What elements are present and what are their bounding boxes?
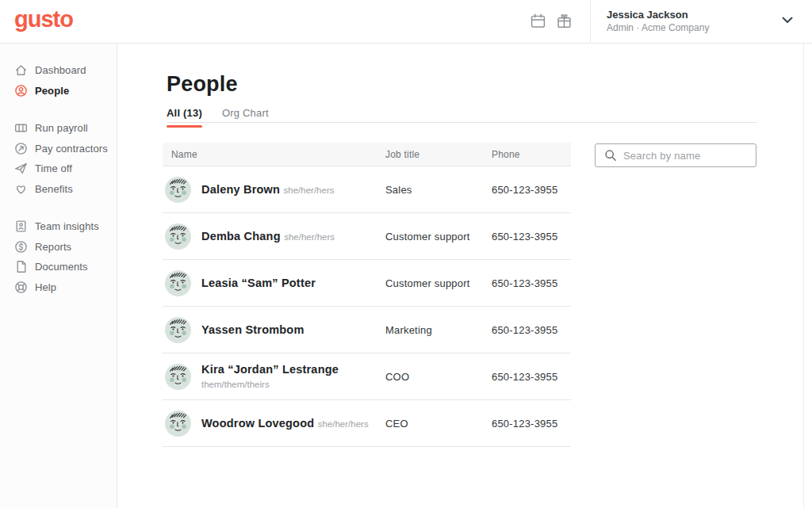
sidebar-item-run-payroll[interactable]: Run payroll	[0, 118, 117, 139]
table-row[interactable]: Woodrow Lovegood she/her/hers CEO 650-12…	[163, 400, 571, 447]
document-icon	[14, 260, 28, 273]
person-phone: 650-123-3955	[492, 231, 571, 243]
avatar	[165, 364, 191, 390]
page-title: People	[167, 72, 238, 97]
person-phone: 650-123-3955	[492, 184, 571, 196]
home-icon	[14, 63, 28, 77]
avatar	[165, 411, 191, 437]
person-pronouns: she/her/hers	[318, 419, 369, 429]
sidebar-item-team-insights[interactable]: Team insights	[0, 216, 117, 237]
person-phone: 650-123-3955	[492, 324, 571, 336]
person-name: Yassen Strombom	[201, 323, 304, 336]
search-box	[595, 143, 756, 167]
column-header-name: Name	[163, 149, 385, 160]
user-menu[interactable]: Jessica Jackson Admin · Acme Company	[607, 8, 809, 38]
person-icon	[14, 84, 28, 97]
person-job-title: COO	[385, 371, 492, 383]
badge-icon	[14, 220, 28, 233]
person-name: Kira “Jordan” Lestrange	[201, 363, 339, 376]
chevron-down-icon[interactable]	[782, 17, 793, 24]
tabs-divider	[167, 122, 757, 123]
table-header: Name Job title Phone	[163, 143, 571, 166]
table-row[interactable]: Demba Chang she/her/hers Customer suppor…	[163, 213, 571, 260]
person-name: Demba Chang	[201, 230, 281, 243]
sidebar-item-label: Dashboard	[35, 64, 86, 76]
person-name: Woodrow Lovegood	[201, 417, 314, 430]
sidebar-item-label: Time off	[35, 162, 72, 174]
sidebar-item-help[interactable]: Help	[0, 277, 117, 298]
sidebar-item-label: People	[35, 85, 69, 97]
scrollbar-gutter	[803, 0, 804, 508]
sidebar-item-label: Pay contractors	[35, 143, 108, 155]
table-row[interactable]: Kira “Jordan” Lestrange them/them/theirs…	[163, 353, 571, 400]
avatar	[165, 177, 191, 203]
sidebar-item-label: Team insights	[35, 220, 99, 232]
tabs: All (13) Org Chart	[167, 107, 289, 128]
sidebar-item-people[interactable]: People	[0, 81, 117, 101]
user-meta: Admin · Acme Company	[607, 21, 809, 34]
topbar: gusto Jessica Jackson Admin · Acme Compa…	[0, 0, 812, 44]
search-icon	[604, 149, 617, 162]
sidebar-item-dashboard[interactable]: Dashboard	[0, 60, 117, 81]
person-pronouns: them/them/theirs	[201, 380, 270, 389]
sidebar-group: Team insights Reports Documents Help	[0, 216, 117, 297]
avatar	[165, 223, 191, 250]
person-name: Daleny Brown	[201, 183, 280, 196]
calendar-icon[interactable]	[530, 13, 546, 29]
sidebar-item-label: Benefits	[35, 183, 73, 195]
tab-org-chart[interactable]: Org Chart	[222, 107, 269, 128]
column-header-phone: Phone	[492, 149, 571, 160]
contractors-icon	[14, 142, 28, 155]
person-phone: 650-123-3955	[492, 277, 571, 289]
sidebar-item-benefits[interactable]: Benefits	[0, 179, 117, 200]
sidebar-item-pay-contractors[interactable]: Pay contractors	[0, 139, 117, 159]
sidebar-item-time-off[interactable]: Time off	[0, 159, 117, 179]
avatar	[165, 317, 191, 343]
sidebar-item-label: Run payroll	[35, 122, 88, 134]
person-job-title: Customer support	[385, 277, 492, 289]
sidebar-item-label: Help	[35, 281, 56, 293]
sidebar-item-label: Reports	[35, 241, 71, 253]
person-name: Leasia “Sam” Potter	[201, 277, 316, 289]
person-pronouns: she/her/hers	[284, 232, 335, 242]
table-row[interactable]: Yassen Strombom Marketing 650-123-3955	[163, 307, 571, 353]
heart-icon	[14, 182, 28, 196]
sidebar-group: Run payroll Pay contractors Time off Ben…	[0, 118, 117, 199]
search-input[interactable]	[623, 150, 750, 162]
sidebar-item-label: Documents	[35, 261, 88, 273]
person-phone: 650-123-3955	[492, 418, 571, 430]
table-row[interactable]: Leasia “Sam” Potter Customer support 650…	[163, 260, 571, 307]
person-job-title: Marketing	[385, 324, 492, 336]
help-icon	[14, 281, 28, 294]
reports-icon	[14, 240, 28, 254]
sidebar-group: Dashboard People	[0, 60, 117, 101]
table-body: Daleny Brown she/her/hers Sales 650-123-…	[163, 166, 571, 447]
tab-all-13[interactable]: All (13)	[167, 107, 202, 128]
person-pronouns: she/her/hers	[284, 185, 335, 195]
avatar	[165, 270, 191, 296]
person-phone: 650-123-3955	[492, 371, 571, 383]
topbar-divider	[590, 0, 591, 44]
timeoff-icon	[14, 162, 28, 175]
gusto-logo[interactable]: gusto	[14, 6, 73, 32]
person-job-title: Sales	[385, 184, 492, 196]
table-row[interactable]: Daleny Brown she/her/hers Sales 650-123-…	[163, 166, 571, 213]
people-table: Name Job title Phone	[163, 143, 571, 447]
person-job-title: Customer support	[385, 231, 492, 243]
sidebar-item-reports[interactable]: Reports	[0, 237, 117, 258]
user-name: Jessica Jackson	[607, 8, 809, 21]
payroll-icon	[14, 121, 28, 135]
main-content: People All (13) Org Chart Name Job title…	[118, 44, 803, 508]
person-job-title: CEO	[385, 418, 492, 430]
sidebar-item-documents[interactable]: Documents	[0, 257, 117, 277]
gift-icon[interactable]	[557, 13, 572, 29]
sidebar: Dashboard People Run payroll Pay contrac…	[0, 44, 117, 508]
column-header-job-title: Job title	[385, 149, 492, 160]
